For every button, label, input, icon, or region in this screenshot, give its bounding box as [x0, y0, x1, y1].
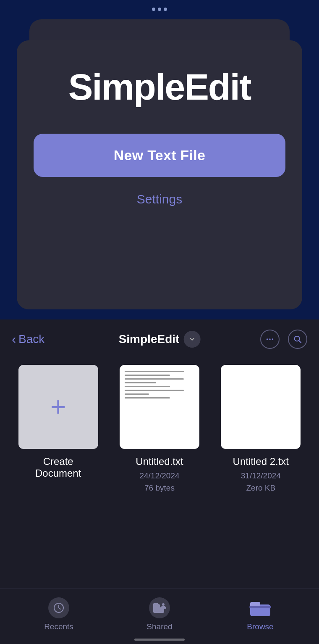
- nav-title: SimpleEdit: [119, 333, 180, 346]
- back-label: Back: [18, 333, 44, 346]
- new-text-file-button[interactable]: New Text File: [34, 134, 285, 177]
- search-button[interactable]: [288, 330, 307, 349]
- app-card-wrapper: SimpleEdit New Text File Settings: [17, 19, 302, 297]
- status-bar: [0, 0, 319, 15]
- chevron-down-icon: [188, 336, 195, 343]
- thumb-lines: [125, 371, 194, 401]
- file-meta-untitled: 24/12/2024 76 bytes: [139, 470, 179, 494]
- untitled2-txt-thumbnail: [221, 365, 301, 449]
- untitled-txt-thumbnail: [120, 365, 199, 449]
- back-button[interactable]: ‹ Back: [12, 333, 44, 346]
- file-item-untitled2-txt[interactable]: Untitled 2.txt 31/12/2024 Zero KB: [214, 365, 307, 580]
- plus-icon: +: [50, 393, 66, 420]
- svg-point-7: [162, 603, 165, 606]
- nav-icons: [260, 330, 307, 349]
- tab-recents-label: Recents: [44, 622, 73, 631]
- settings-button[interactable]: Settings: [137, 192, 182, 206]
- tab-shared-label: Shared: [146, 622, 172, 631]
- chevron-left-icon: ‹: [12, 333, 16, 346]
- file-item-untitled-txt[interactable]: Untitled.txt 24/12/2024 76 bytes: [113, 365, 206, 580]
- app-title: SimpleEdit: [68, 66, 251, 108]
- svg-point-1: [269, 338, 271, 340]
- tab-browse-label: Browse: [247, 622, 273, 631]
- nav-bar: ‹ Back SimpleEdit: [0, 319, 319, 356]
- file-name-untitled2: Untitled 2.txt: [233, 456, 289, 467]
- home-indicator: [134, 639, 185, 641]
- file-browser: ‹ Back SimpleEdit: [0, 319, 319, 644]
- tab-browse[interactable]: Browse: [210, 597, 311, 631]
- app-card-front: SimpleEdit New Text File Settings: [17, 40, 302, 309]
- svg-point-0: [267, 338, 268, 340]
- create-document-item[interactable]: + CreateDocument: [12, 365, 105, 580]
- tab-recents[interactable]: Recents: [8, 597, 109, 631]
- recents-icon: [48, 597, 70, 619]
- nav-title-group: SimpleEdit: [119, 331, 201, 348]
- nav-dropdown-button[interactable]: [183, 331, 200, 348]
- create-thumbnail: +: [18, 365, 98, 449]
- create-document-label: CreateDocument: [35, 456, 81, 479]
- browse-icon: [249, 597, 271, 619]
- file-name-untitled: Untitled.txt: [136, 456, 183, 467]
- status-dot-1: [152, 8, 155, 11]
- shared-icon: [149, 597, 170, 619]
- search-icon: [293, 335, 302, 344]
- status-dot-2: [158, 8, 161, 11]
- svg-rect-10: [249, 606, 271, 608]
- tab-bar: Recents Shared: [0, 588, 319, 644]
- more-options-button[interactable]: [260, 330, 280, 349]
- tab-shared[interactable]: Shared: [109, 597, 210, 631]
- svg-point-2: [272, 338, 274, 340]
- file-meta-untitled2: 31/12/2024 Zero KB: [241, 470, 281, 494]
- status-dot-3: [164, 8, 167, 11]
- ellipsis-icon: [265, 335, 275, 344]
- files-grid: + CreateDocument Untitled.txt: [0, 356, 319, 588]
